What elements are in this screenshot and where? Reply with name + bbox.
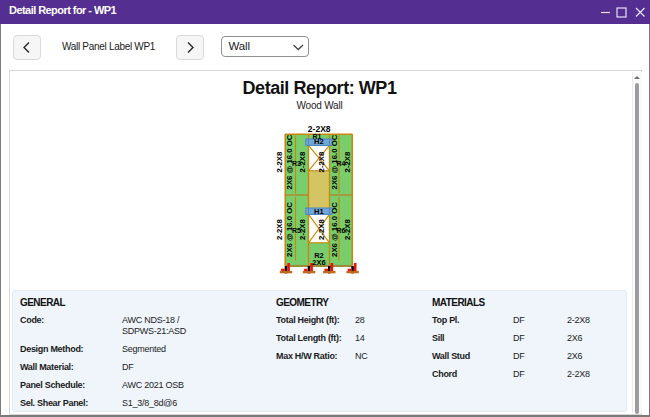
svg-text:2X6: 2X6 [312, 258, 325, 267]
svg-text:2X6 @ 16.0 OC: 2X6 @ 16.0 OC [330, 134, 339, 189]
svg-text:H2: H2 [314, 137, 324, 146]
svg-text:2X6 @ 16.0 OC: 2X6 @ 16.0 OC [330, 202, 339, 257]
svg-text:2-2X8: 2-2X8 [317, 151, 326, 172]
svg-text:2X6 @ 16.0 OC: 2X6 @ 16.0 OC [285, 134, 294, 189]
svg-text:2-2X8: 2-2X8 [298, 218, 307, 239]
svg-text:2-2X8: 2-2X8 [317, 218, 326, 239]
svg-text:2X6 @ 16.0 OC: 2X6 @ 16.0 OC [285, 202, 294, 257]
svg-text:2-2X8: 2-2X8 [343, 218, 352, 239]
svg-text:2-2X8: 2-2X8 [275, 151, 284, 172]
svg-text:2-2X8: 2-2X8 [343, 151, 352, 172]
svg-text:2-2X8: 2-2X8 [275, 218, 284, 239]
svg-text:2-2X8: 2-2X8 [298, 151, 307, 172]
svg-text:H1: H1 [314, 207, 324, 216]
